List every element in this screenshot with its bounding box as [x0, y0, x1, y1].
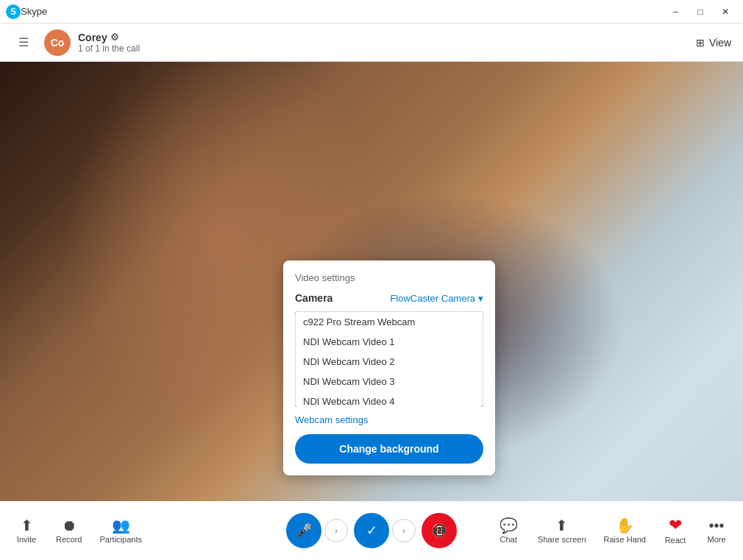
camera-option-ndi2[interactable]: NDI Webcam Video 2 [296, 352, 483, 372]
react-label: React [665, 536, 686, 545]
react-button[interactable]: ❤ React [655, 513, 696, 549]
participants-icon: 👥 [112, 518, 130, 533]
record-icon: ⏺ [62, 518, 77, 533]
chat-button[interactable]: 💬 Chat [488, 513, 529, 549]
mic-button[interactable]: 🎤 [286, 513, 321, 548]
window-controls: – □ ✕ [664, 0, 737, 24]
camera-option-c922[interactable]: c922 Pro Stream Webcam [296, 312, 483, 332]
invite-label: Invite [17, 535, 36, 544]
toolbar-center: 🎤 › ✓ › 📵 [286, 513, 457, 548]
video-settings-panel: Video settings Camera FlowCaster Camera … [283, 260, 495, 475]
share-screen-icon: ⬆ [555, 518, 568, 533]
video-options-button[interactable]: › [392, 519, 416, 542]
raise-hand-button[interactable]: ✋ Raise Hand [595, 513, 655, 549]
view-button[interactable]: ⊞ View [696, 37, 731, 49]
invite-icon: ⬆ [21, 518, 33, 533]
close-button[interactable]: ✕ [714, 0, 737, 24]
camera-dropdown: c922 Pro Stream Webcam NDI Webcam Video … [295, 311, 483, 407]
user-info: Corey ⚙ 1 of 1 in the call [78, 32, 696, 54]
more-icon: ••• [708, 518, 724, 533]
header-bar: ☰ Co Corey ⚙ 1 of 1 in the call ⊞ View [0, 24, 743, 62]
minimize-button[interactable]: – [664, 0, 687, 24]
participants-label: Participants [99, 535, 141, 544]
call-status: 1 of 1 in the call [78, 43, 696, 54]
title-bar: S Skype – □ ✕ [0, 0, 743, 24]
app-logo: S [6, 4, 21, 19]
camera-option-ndi3[interactable]: NDI Webcam Video 3 [296, 372, 483, 391]
avatar: Co [44, 29, 71, 56]
record-button[interactable]: ⏺ Record [47, 514, 90, 548]
panel-title: Video settings [295, 272, 483, 283]
webcam-settings-link[interactable]: Webcam settings [295, 414, 483, 425]
camera-option-ndi4[interactable]: NDI Webcam Video 4 [296, 391, 483, 407]
camera-row: Camera FlowCaster Camera ▾ [295, 292, 483, 304]
dropdown-arrow-icon: ▾ [478, 293, 483, 304]
video-button[interactable]: ✓ [354, 513, 389, 548]
more-button[interactable]: ••• More [696, 513, 737, 549]
view-grid-icon: ⊞ [696, 37, 705, 49]
menu-button[interactable]: ☰ [12, 31, 35, 54]
camera-option-ndi1[interactable]: NDI Webcam Video 1 [296, 332, 483, 352]
mic-options-button[interactable]: › [324, 519, 348, 542]
participants-button[interactable]: 👥 Participants [90, 514, 150, 548]
video-area: Video settings Camera FlowCaster Camera … [0, 62, 743, 501]
chat-label: Chat [500, 535, 516, 544]
raise-hand-label: Raise Hand [604, 535, 646, 544]
chat-icon: 💬 [500, 518, 518, 533]
end-call-button[interactable]: 📵 [422, 513, 457, 548]
camera-select-button[interactable]: FlowCaster Camera ▾ [390, 293, 483, 304]
share-screen-label: Share screen [538, 535, 586, 544]
user-name-display: Corey ⚙ [78, 32, 696, 43]
bottom-toolbar: ⬆ Invite ⏺ Record 👥 Participants 🎤 › ✓ ›… [0, 501, 743, 560]
camera-label: Camera [295, 292, 333, 304]
react-heart-icon: ❤ [669, 517, 682, 534]
share-screen-button[interactable]: ⬆ Share screen [529, 513, 594, 549]
camera-preview: c922 Pro Stream Webcam NDI Webcam Video … [295, 311, 483, 407]
maximize-button[interactable]: □ [689, 0, 712, 24]
raise-hand-icon: ✋ [616, 518, 634, 533]
invite-button[interactable]: ⬆ Invite [6, 514, 47, 548]
more-label: More [707, 535, 725, 544]
user-settings-icon[interactable]: ⚙ [110, 32, 119, 43]
change-background-button[interactable]: Change background [295, 434, 483, 464]
app-title: Skype [21, 6, 664, 17]
record-label: Record [56, 535, 82, 544]
